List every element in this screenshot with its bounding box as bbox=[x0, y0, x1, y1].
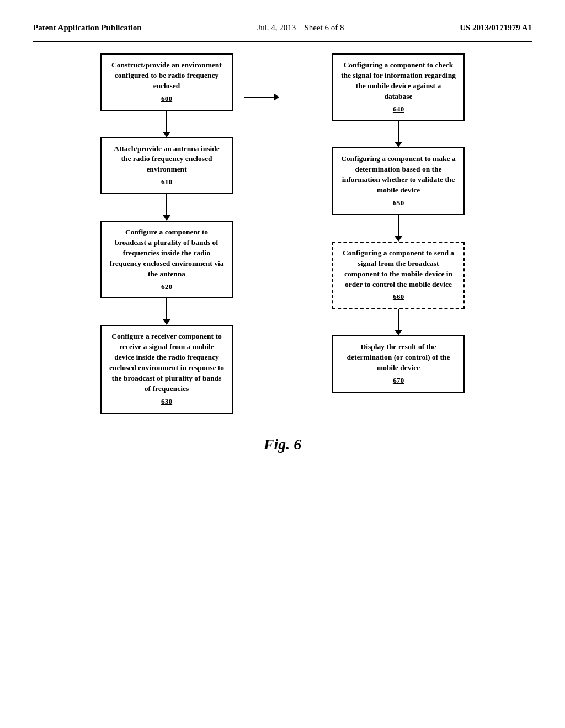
header-right: US 2013/0171979 A1 bbox=[460, 22, 532, 34]
h-arrow-line bbox=[244, 97, 274, 98]
arrow-head bbox=[163, 319, 170, 325]
header-center: Jul. 4, 2013 Sheet 6 of 8 bbox=[257, 22, 344, 34]
arrow-head bbox=[163, 132, 170, 137]
arrow-head bbox=[395, 330, 402, 335]
arrow-head bbox=[163, 215, 170, 221]
arrow-620-630 bbox=[163, 298, 170, 325]
box-660-label: 660 bbox=[341, 292, 456, 302]
right-column: Configuring a component to check the sig… bbox=[321, 53, 476, 393]
box-620: Configure a component to broadcast a plu… bbox=[100, 221, 233, 298]
arrow-line bbox=[166, 298, 167, 319]
box-640-text: Configuring a component to check the sig… bbox=[341, 61, 456, 100]
header-left: Patent Application Publication bbox=[33, 22, 142, 34]
box-670: Display the result of the determination … bbox=[332, 335, 465, 393]
fig-text: Fig. 6 bbox=[264, 436, 301, 453]
box-610-label: 610 bbox=[109, 177, 224, 188]
left-column: Construct/provide an environment configu… bbox=[89, 53, 244, 414]
box-600: Construct/provide an environment configu… bbox=[100, 53, 233, 111]
arrow-660-670 bbox=[395, 309, 402, 335]
patent-number: US 2013/0171979 A1 bbox=[460, 23, 532, 32]
arrow-head bbox=[395, 142, 402, 147]
flow-diagram: Construct/provide an environment configu… bbox=[33, 53, 532, 414]
figure-label: Fig. 6 bbox=[33, 436, 532, 453]
header-divider bbox=[33, 41, 532, 42]
page-header: Patent Application Publication Jul. 4, 2… bbox=[33, 22, 532, 36]
box-640: Configuring a component to check the sig… bbox=[332, 53, 465, 121]
arrow-head bbox=[395, 236, 402, 242]
box-600-label: 600 bbox=[109, 94, 224, 104]
sheet-label: Sheet 6 of 8 bbox=[304, 23, 344, 32]
publication-label: Patent Application Publication bbox=[33, 23, 142, 32]
box-650-text: Configuring a component to make a determ… bbox=[341, 154, 455, 194]
box-670-text: Display the result of the determination … bbox=[347, 342, 450, 372]
arrow-line bbox=[398, 215, 399, 236]
arrow-line bbox=[166, 194, 167, 215]
box-620-text: Configure a component to broadcast a plu… bbox=[110, 228, 224, 278]
box-660-text: Configuring a component to send a signal… bbox=[343, 249, 454, 288]
arrow-line bbox=[398, 309, 399, 330]
box-620-label: 620 bbox=[109, 282, 224, 292]
h-arrow-head bbox=[274, 93, 279, 101]
arrow-600-610 bbox=[163, 111, 170, 137]
box-650-label: 650 bbox=[341, 198, 456, 208]
box-610: Attach/provide an antenna inside the rad… bbox=[100, 137, 233, 195]
arrow-line bbox=[166, 111, 167, 132]
box-630: Configure a receiver component to receiv… bbox=[100, 325, 233, 413]
box-610-text: Attach/provide an antenna inside the rad… bbox=[114, 144, 219, 174]
arrow-650-660 bbox=[395, 215, 402, 242]
date-label: Jul. 4, 2013 bbox=[257, 23, 296, 32]
arrow-line bbox=[398, 121, 399, 142]
box-600-text: Construct/provide an environment configu… bbox=[111, 61, 222, 90]
box-630-label: 630 bbox=[109, 397, 224, 407]
box-660: Configuring a component to send a signal… bbox=[332, 242, 465, 309]
box-650: Configuring a component to make a determ… bbox=[332, 147, 465, 215]
middle-connector bbox=[244, 53, 288, 101]
h-arrow-630-640 bbox=[244, 93, 279, 101]
arrow-610-620 bbox=[163, 194, 170, 221]
arrow-640-650 bbox=[395, 121, 402, 147]
box-630-text: Configure a receiver component to receiv… bbox=[109, 332, 224, 392]
box-670-label: 670 bbox=[341, 376, 456, 386]
box-640-label: 640 bbox=[341, 104, 456, 115]
page: Patent Application Publication Jul. 4, 2… bbox=[0, 0, 565, 728]
